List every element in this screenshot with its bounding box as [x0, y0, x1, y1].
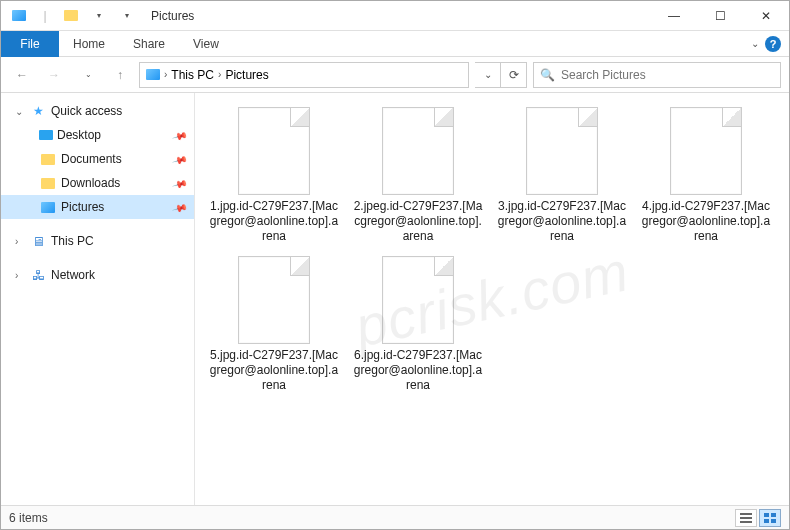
svg-rect-5 — [764, 519, 769, 523]
nav-forward-button[interactable]: → — [41, 62, 67, 88]
nav-recent-button[interactable]: ⌄ — [75, 62, 101, 88]
window-controls: — ☐ ✕ — [651, 1, 789, 31]
folder-icon — [39, 151, 57, 167]
pictures-icon — [39, 199, 57, 215]
ribbon: File Home Share View ⌄ ? — [1, 31, 789, 57]
content-area[interactable]: 1.jpg.id-C279F237.[Macgregor@aolonline.t… — [195, 93, 789, 505]
qat-separator: | — [33, 4, 57, 28]
status-count: 6 items — [9, 511, 48, 525]
search-icon: 🔍 — [540, 68, 555, 82]
svg-rect-0 — [740, 513, 752, 515]
view-large-icons-button[interactable] — [759, 509, 781, 527]
file-item[interactable]: 3.jpg.id-C279F237.[Macgregor@aolonline.t… — [493, 107, 631, 244]
desktop-icon — [39, 130, 53, 140]
svg-rect-3 — [764, 513, 769, 517]
tab-view[interactable]: View — [179, 31, 233, 57]
file-icon — [670, 107, 742, 195]
sidebar-item-label: Documents — [61, 152, 122, 166]
titlebar: | ▾ ▾ Pictures — ☐ ✕ — [1, 1, 789, 31]
caret-down-icon[interactable]: ⌄ — [15, 106, 29, 117]
nav-up-button[interactable]: ↑ — [107, 62, 133, 88]
pin-icon: 📌 — [172, 127, 188, 143]
minimize-button[interactable]: — — [651, 1, 697, 31]
body: ⌄ ★ Quick access Desktop 📌 Documents 📌 D… — [1, 93, 789, 505]
tab-share[interactable]: Share — [119, 31, 179, 57]
sidebar-item-pictures[interactable]: Pictures 📌 — [1, 195, 194, 219]
refresh-button[interactable]: ⟳ — [501, 62, 527, 88]
sidebar-network[interactable]: › 🖧 Network — [1, 263, 194, 287]
file-name: 2.jpeg.id-C279F237.[Macgregor@aolonline.… — [349, 199, 487, 244]
file-item[interactable]: 2.jpeg.id-C279F237.[Macgregor@aolonline.… — [349, 107, 487, 244]
pin-icon: 📌 — [172, 175, 188, 191]
address-dropdown-button[interactable]: ⌄ — [475, 62, 501, 88]
file-icon — [382, 107, 454, 195]
file-grid: 1.jpg.id-C279F237.[Macgregor@aolonline.t… — [205, 107, 779, 393]
file-icon — [526, 107, 598, 195]
sidebar-quick-access[interactable]: ⌄ ★ Quick access — [1, 99, 194, 123]
sidebar-item-desktop[interactable]: Desktop 📌 — [1, 123, 194, 147]
app-icon[interactable] — [7, 4, 31, 28]
search-input[interactable] — [561, 68, 774, 82]
file-name: 3.jpg.id-C279F237.[Macgregor@aolonline.t… — [493, 199, 631, 244]
breadcrumb-root-icon[interactable] — [144, 69, 162, 80]
maximize-button[interactable]: ☐ — [697, 1, 743, 31]
file-name: 5.jpg.id-C279F237.[Macgregor@aolonline.t… — [205, 348, 343, 393]
file-item[interactable]: 4.jpg.id-C279F237.[Macgregor@aolonline.t… — [637, 107, 775, 244]
caret-right-icon[interactable]: › — [15, 236, 29, 247]
file-icon — [238, 107, 310, 195]
qat-dropdown-icon[interactable]: ▾ — [87, 4, 111, 28]
star-icon: ★ — [29, 103, 47, 119]
breadcrumb-pictures[interactable]: Pictures — [223, 68, 270, 82]
sidebar-item-label: Desktop — [57, 128, 101, 142]
sidebar-item-label: Downloads — [61, 176, 120, 190]
file-icon — [382, 256, 454, 344]
file-item[interactable]: 5.jpg.id-C279F237.[Macgregor@aolonline.t… — [205, 256, 343, 393]
address-bar[interactable]: › This PC › Pictures — [139, 62, 469, 88]
ribbon-expand-icon[interactable]: ⌄ — [751, 38, 759, 49]
pc-icon: 🖥 — [29, 233, 47, 249]
file-name: 4.jpg.id-C279F237.[Macgregor@aolonline.t… — [637, 199, 775, 244]
search-box[interactable]: 🔍 — [533, 62, 781, 88]
view-details-button[interactable] — [735, 509, 757, 527]
sidebar-item-label: This PC — [51, 234, 94, 248]
breadcrumb-this-pc[interactable]: This PC — [169, 68, 216, 82]
sidebar-item-label: Quick access — [51, 104, 122, 118]
file-icon — [238, 256, 310, 344]
svg-rect-2 — [740, 521, 752, 523]
sidebar-item-downloads[interactable]: Downloads 📌 — [1, 171, 194, 195]
sidebar-this-pc[interactable]: › 🖥 This PC — [1, 229, 194, 253]
quick-access-toolbar: | ▾ ▾ — [7, 4, 139, 28]
statusbar: 6 items — [1, 505, 789, 529]
file-name: 6.jpg.id-C279F237.[Macgregor@aolonline.t… — [349, 348, 487, 393]
sidebar-item-documents[interactable]: Documents 📌 — [1, 147, 194, 171]
caret-right-icon[interactable]: › — [15, 270, 29, 281]
svg-rect-6 — [771, 519, 776, 523]
chevron-right-icon[interactable]: › — [218, 69, 221, 80]
window-title: Pictures — [151, 9, 194, 23]
folder-icon — [39, 175, 57, 191]
file-tab[interactable]: File — [1, 31, 59, 57]
svg-rect-1 — [740, 517, 752, 519]
file-item[interactable]: 6.jpg.id-C279F237.[Macgregor@aolonline.t… — [349, 256, 487, 393]
file-name: 1.jpg.id-C279F237.[Macgregor@aolonline.t… — [205, 199, 343, 244]
nav-back-button[interactable]: ← — [9, 62, 35, 88]
qat-overflow-icon[interactable]: ▾ — [115, 4, 139, 28]
network-icon: 🖧 — [29, 267, 47, 283]
file-item[interactable]: 1.jpg.id-C279F237.[Macgregor@aolonline.t… — [205, 107, 343, 244]
svg-rect-4 — [771, 513, 776, 517]
chevron-right-icon[interactable]: › — [164, 69, 167, 80]
pin-icon: 📌 — [172, 151, 188, 167]
address-bar-row: ← → ⌄ ↑ › This PC › Pictures ⌄ ⟳ 🔍 — [1, 57, 789, 93]
sidebar-item-label: Pictures — [61, 200, 104, 214]
pin-icon: 📌 — [172, 199, 188, 215]
tab-home[interactable]: Home — [59, 31, 119, 57]
nav-tree: ⌄ ★ Quick access Desktop 📌 Documents 📌 D… — [1, 93, 195, 505]
sidebar-item-label: Network — [51, 268, 95, 282]
folder-icon[interactable] — [59, 4, 83, 28]
help-icon[interactable]: ? — [765, 36, 781, 52]
close-button[interactable]: ✕ — [743, 1, 789, 31]
